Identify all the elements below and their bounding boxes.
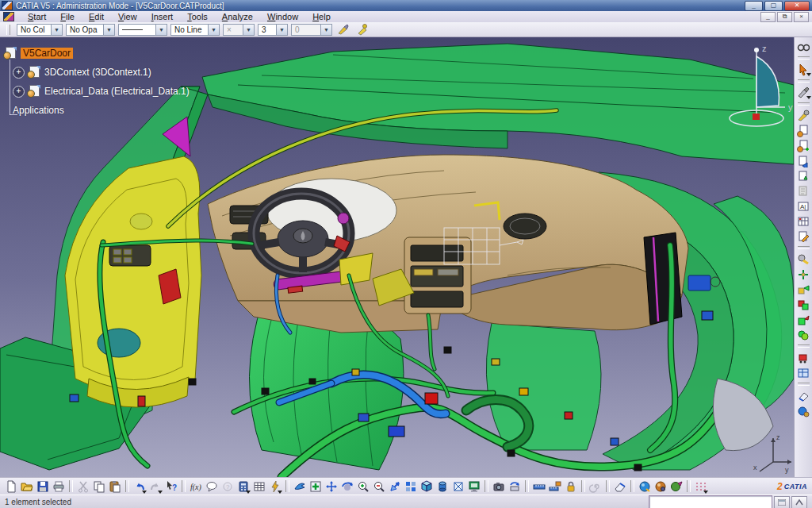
close-button[interactable]: ✕	[784, 1, 810, 11]
bundle-icon[interactable]	[796, 327, 811, 342]
calculator-icon[interactable]	[236, 479, 251, 494]
expand-node-icon[interactable]: +	[13, 67, 25, 79]
multi-view-icon[interactable]	[403, 479, 419, 494]
menu-view[interactable]: View	[111, 12, 144, 22]
menu-edit[interactable]: Edit	[82, 12, 111, 22]
redo-icon[interactable]	[147, 479, 163, 494]
green-cube-arrow-icon[interactable]	[796, 312, 811, 327]
product-icon[interactable]	[27, 85, 40, 98]
pan-icon[interactable]	[324, 479, 339, 494]
ruler-icon[interactable]	[531, 479, 547, 494]
frame-text-icon[interactable]: A|	[796, 198, 811, 214]
point-symbol-combo[interactable]: × ▼	[223, 24, 255, 36]
render-style-combo[interactable]: 3 ▼	[258, 24, 288, 36]
fill-color-combo[interactable]: No Col ▼	[17, 24, 63, 36]
render-sphere-blue-icon[interactable]	[637, 479, 653, 494]
render-sphere-green-icon[interactable]	[668, 479, 684, 494]
undo-icon[interactable]	[132, 479, 147, 494]
line-type-combo[interactable]: ▼	[118, 24, 167, 36]
copy-icon[interactable]	[91, 479, 107, 494]
fly-icon[interactable]	[292, 479, 308, 494]
opacity-combo[interactable]: No Opa ▼	[66, 24, 115, 36]
zoom-out-icon[interactable]	[371, 479, 387, 494]
tree-node-v5cardoor[interactable]: V5CarDoor	[21, 48, 73, 59]
fit-all-icon[interactable]	[308, 479, 324, 494]
expand-node-icon[interactable]: +	[13, 86, 25, 98]
rule-icon[interactable]: ?	[220, 479, 236, 494]
menu-insert[interactable]: Insert	[144, 12, 181, 22]
glasses-icon[interactable]	[796, 39, 811, 54]
iso-view-icon[interactable]	[419, 479, 435, 494]
screen-icon[interactable]	[466, 479, 482, 494]
save-icon[interactable]	[35, 479, 51, 494]
mdi-close-button[interactable]: ×	[794, 12, 809, 22]
expand-status-button[interactable]	[791, 496, 807, 508]
layer-combo[interactable]: 0 ▼	[291, 24, 332, 36]
mdi-restore-button[interactable]: ⧉	[777, 12, 792, 22]
document-arrow-icon[interactable]	[796, 153, 811, 168]
new-document-icon[interactable]	[3, 479, 19, 494]
cut-icon[interactable]	[75, 479, 91, 494]
shaded-view-icon[interactable]	[435, 479, 450, 494]
power-input[interactable]	[649, 495, 772, 508]
print-icon[interactable]	[51, 479, 67, 494]
line-weight-combo[interactable]: No Line ▼	[170, 24, 220, 36]
sphere-gear-icon[interactable]	[796, 403, 811, 418]
select-arrow-icon[interactable]	[796, 62, 811, 77]
brush-knife-icon[interactable]	[796, 85, 811, 100]
mdi-minimize-button[interactable]: _	[760, 12, 776, 22]
pencil-gear-icon[interactable]	[796, 108, 811, 123]
lock-icon[interactable]	[563, 479, 579, 494]
product-icon[interactable]	[3, 47, 17, 60]
menu-help[interactable]: Help	[305, 12, 338, 22]
paint-properties-icon[interactable]	[335, 23, 351, 37]
gear-pencil-icon[interactable]	[796, 252, 811, 267]
document-pencil-icon[interactable]	[796, 229, 811, 244]
grid-icon[interactable]	[693, 479, 709, 494]
render-sphere-orange-icon[interactable]	[653, 479, 668, 494]
document-star-icon[interactable]	[796, 168, 811, 183]
normal-view-icon[interactable]	[387, 479, 403, 494]
toolbar-grip[interactable]	[6, 25, 10, 35]
zoom-in-icon[interactable]	[355, 479, 371, 494]
dialog-toggle-button[interactable]	[774, 496, 790, 508]
catalog-cart-icon[interactable]	[796, 350, 811, 365]
axes-cross-icon[interactable]	[796, 267, 811, 282]
paste-icon[interactable]	[107, 479, 123, 494]
title-bar[interactable]: CATIA V5 : Administration Mode - [V5CarD…	[0, 0, 812, 11]
whats-this-help-icon[interactable]: ?	[163, 479, 179, 494]
blue-table-icon[interactable]	[796, 365, 811, 380]
menu-file[interactable]: File	[53, 12, 82, 22]
part-gear-plus-icon[interactable]	[796, 138, 811, 153]
document-gray-icon[interactable]	[796, 183, 811, 198]
eraser-knife-icon[interactable]	[796, 388, 811, 403]
measure-item-icon[interactable]	[547, 479, 563, 494]
part-gear-icon[interactable]	[796, 123, 811, 138]
design-table-icon[interactable]	[251, 479, 267, 494]
menu-analyze[interactable]: Analyze	[215, 12, 260, 22]
properties-wizard-icon[interactable]	[354, 23, 370, 37]
eraser-icon[interactable]	[612, 479, 628, 494]
open-folder-icon[interactable]	[19, 479, 35, 494]
comment-bubble-icon[interactable]	[204, 479, 220, 494]
yellow-cube-arrow-icon[interactable]	[796, 282, 811, 297]
menu-start[interactable]: Start	[21, 12, 53, 22]
swirl-icon[interactable]	[588, 479, 603, 494]
red-green-cube-icon[interactable]	[796, 297, 811, 312]
table-icon[interactable]	[796, 214, 811, 229]
maximize-button[interactable]: ▢	[764, 1, 783, 11]
turntable-icon[interactable]	[507, 479, 523, 494]
product-icon[interactable]	[27, 66, 40, 79]
formula-fx-icon[interactable]: f(x)	[188, 479, 204, 494]
camera-icon[interactable]	[491, 479, 507, 494]
wireframe-view-icon[interactable]	[450, 479, 466, 494]
rotate-icon[interactable]	[339, 479, 355, 494]
minimize-button[interactable]: _	[745, 1, 763, 11]
3d-viewport[interactable]: z y z y x V5CarDoor +	[0, 37, 794, 477]
tree-node-3dcontext[interactable]: 3DContext (3DContext.1)	[44, 67, 151, 78]
menu-window[interactable]: Window	[260, 12, 305, 22]
knowledge-bolt-icon[interactable]	[267, 479, 283, 494]
tree-node-applications[interactable]: Applications	[13, 105, 64, 116]
tree-node-electrical-data[interactable]: Electrical_Data (Electrical_Data.1)	[44, 86, 190, 97]
menu-tools[interactable]: Tools	[180, 12, 215, 22]
